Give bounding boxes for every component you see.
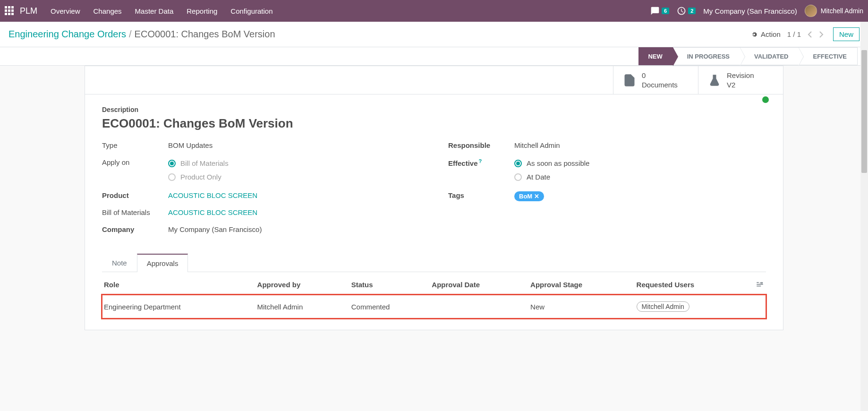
nav-reporting[interactable]: Reporting [187,7,217,15]
activities-count: 2 [688,8,696,14]
apply-on-bom-radio[interactable]: Bill of Materials [168,159,420,167]
tags-field[interactable]: BoM ✕ [514,189,766,201]
nav-master-data[interactable]: Master Data [135,7,174,15]
apply-on-product-label: Product Only [180,173,221,181]
breadcrumb-parent[interactable]: Engineering Change Orders [9,29,126,40]
bom-label: Bill of Materials [102,206,168,216]
tab-approvals[interactable]: Approvals [137,254,188,272]
user-menu[interactable]: Mitchell Admin [805,5,863,17]
status-new[interactable]: NEW [638,47,672,65]
breadcrumb: Engineering Change Orders / ECO0001: Cha… [9,29,275,40]
responsible-label: Responsible [448,139,514,149]
new-button[interactable]: New [833,27,859,41]
company-field[interactable]: My Company (San Francisco) [168,223,420,233]
effective-radio-group: As soon as possible At Date [514,158,766,181]
pager-next[interactable] [816,28,826,41]
effective-atdate-label: At Date [527,173,550,181]
radio-icon [168,160,176,167]
tab-note[interactable]: Note [102,254,137,272]
apply-on-product-radio[interactable]: Product Only [168,173,420,181]
apply-on-radio-group: Bill of Materials Product Only [168,158,420,181]
pager-value[interactable]: 1 / 1 [787,30,801,38]
radio-icon [514,160,522,167]
col-status[interactable]: Status [349,274,430,295]
action-dropdown[interactable]: Action [750,30,781,38]
app-name[interactable]: PLM [20,6,37,16]
company-label: Company [102,223,168,233]
top-navbar: PLM Overview Changes Master Data Reporti… [0,0,868,22]
chevron-right-icon [819,31,824,38]
form-sheet: 0 Documents Revision V2 Description ECO0… [85,66,783,330]
record-title[interactable]: ECO0001: Changes BoM Version [102,116,762,131]
nav-menu: Overview Changes Master Data Reporting C… [51,7,273,15]
document-icon [623,74,636,87]
description-label: Description [102,106,762,113]
notebook-tabs: Note Approvals [102,254,766,272]
status-effective[interactable]: EFFECTIVE [799,47,858,65]
stat-revision-label: Revision [727,71,754,80]
options-icon[interactable] [756,280,764,288]
col-approval-stage[interactable]: Approval Stage [528,274,635,295]
stat-revision-value: V2 [727,80,754,90]
company-selector[interactable]: My Company (San Francisco) [703,7,797,15]
user-chip[interactable]: Mitchell Admin [637,301,689,312]
cell-status: Commented [349,295,430,319]
pager-prev[interactable] [805,28,815,41]
status-validated[interactable]: VALIDATED [740,47,799,65]
statusbar: NEW IN PROGRESS VALIDATED EFFECTIVE [638,47,858,65]
avatar [805,5,817,17]
user-name: Mitchell Admin [821,7,863,15]
chevron-left-icon [808,31,812,38]
action-label: Action [761,30,781,38]
cell-approved-by: Mitchell Admin [255,295,349,319]
apps-icon[interactable] [5,6,14,16]
flask-icon [708,74,721,87]
tag-label: BoM [519,193,532,200]
type-label: Type [102,139,168,149]
chat-icon [650,6,660,16]
col-role[interactable]: Role [102,274,255,295]
radio-icon [168,173,176,181]
bom-field[interactable]: ACOUSTIC BLOC SCREEN [168,206,420,216]
cell-approval-stage: New [528,295,635,319]
control-panel: Engineering Change Orders / ECO0001: Cha… [0,22,868,47]
radio-icon [514,173,522,181]
scrollbar-thumb[interactable] [861,50,867,173]
nav-changes[interactable]: Changes [94,7,122,15]
cell-approval-date [430,295,528,319]
help-icon[interactable]: ? [479,158,482,164]
scrollbar[interactable] [860,22,868,330]
responsible-field[interactable]: Mitchell Admin [514,139,766,149]
tag-remove-icon[interactable]: ✕ [534,193,539,200]
kanban-state-dot[interactable] [762,96,769,103]
stat-documents-label: Documents [642,80,678,90]
col-approved-by[interactable]: Approved by [255,274,349,295]
apply-on-label: Apply on [102,156,168,166]
effective-atdate-radio[interactable]: At Date [514,173,766,181]
effective-label: Effective? [448,156,514,167]
tag-bom: BoM ✕ [514,191,544,201]
product-field[interactable]: ACOUSTIC BLOC SCREEN [168,189,420,199]
status-in-progress[interactable]: IN PROGRESS [673,47,740,65]
table-row[interactable]: Engineering Department Mitchell Admin Co… [102,295,766,319]
messages-button[interactable]: 6 [650,6,669,16]
nav-configuration[interactable]: Configuration [230,7,272,15]
type-field[interactable]: BOM Updates [168,139,420,149]
apply-on-bom-label: Bill of Materials [180,159,229,167]
stat-revision[interactable]: Revision V2 [698,66,783,94]
activities-button[interactable]: 2 [677,6,696,16]
clock-icon [677,6,686,16]
nav-overview[interactable]: Overview [51,7,80,15]
cell-requested-users: Mitchell Admin [635,295,752,319]
col-requested-users[interactable]: Requested Users [635,274,752,295]
breadcrumb-current: ECO0001: Changes BoM Version [135,29,275,40]
stat-documents[interactable]: 0 Documents [613,66,698,94]
effective-asap-radio[interactable]: As soon as possible [514,159,766,167]
col-approval-date[interactable]: Approval Date [430,274,528,295]
stat-documents-count: 0 [642,71,678,80]
tags-label: Tags [448,189,514,199]
statusbar-container: NEW IN PROGRESS VALIDATED EFFECTIVE [0,47,868,66]
pager: 1 / 1 [787,28,826,41]
approvals-table: Role Approved by Status Approval Date Ap… [102,274,766,318]
breadcrumb-separator: / [129,29,132,40]
